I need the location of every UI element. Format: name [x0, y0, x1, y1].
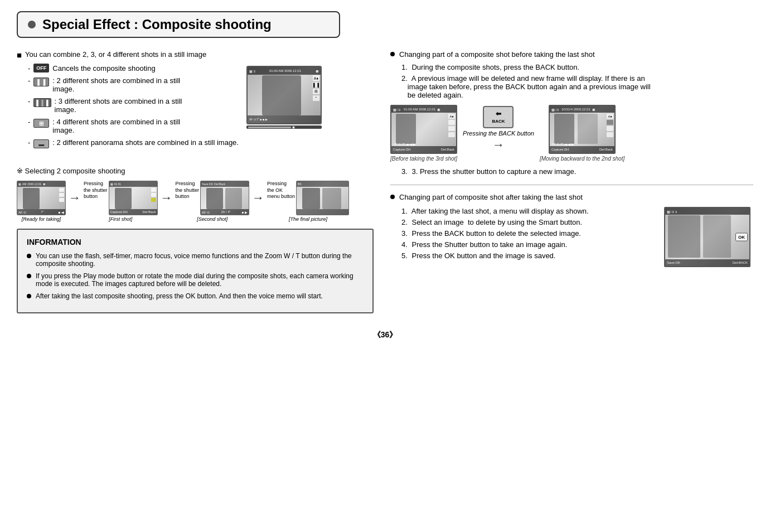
step-second-label: [Second shot] — [197, 216, 227, 222]
after-cam-item: ▩□3 10/31/4 2006.12.01 🔲 A♦ — [540, 105, 624, 162]
step-first-label: [First shot] — [109, 216, 132, 222]
page-title: Special Effect : Composite shooting — [42, 17, 272, 32]
pressing-shutter-2-text: Pressingthe shutterbutton — [176, 181, 200, 200]
4shot-icon: ⊞ — [33, 119, 49, 128]
section2-header: Changing part of composite shot after ta… — [399, 193, 583, 201]
s2-step5: 5. Press the OK button and the image is … — [401, 252, 655, 260]
final-cam-display: ▩□3 3 OK Save:OK Del:BACK — [664, 207, 750, 267]
before-cam-screen: ▩□3 01:00 AM 2006.12.01 🔲 A♦ Capt — [390, 105, 457, 154]
main-bullet: ■ You can combine 2, 3, or 4 different s… — [17, 50, 374, 60]
step-ready-label: [Ready for taking] — [22, 216, 61, 222]
section1-step3: 3. 3. Press the shutter button to captur… — [401, 167, 753, 176]
s2-step4: 4. Press the Shutter button to take an i… — [401, 240, 655, 249]
s2-step2: 2. Select an image to delete by using th… — [401, 218, 655, 226]
page-title-bar: Special Effect : Composite shooting — [17, 11, 340, 38]
section-change-after-last: Changing part of composite shot after ta… — [390, 193, 753, 267]
ok-badge: OK — [735, 233, 748, 241]
step-final-screen: BK — [296, 181, 349, 215]
title-dot — [28, 21, 36, 28]
selecting-label: ※ Selecting 2 composite shooting — [17, 167, 374, 175]
page-number: 《36》 — [17, 330, 753, 340]
step-final-label: [The final picture] — [289, 216, 327, 222]
composite-steps-row: ▩ AM 2006.12.01 🔲 AF ⊙ 7" ■ ◀ — [17, 181, 374, 222]
right-column: Changing part of a composite shot before… — [390, 50, 753, 313]
step-final: Pressingthe OKmenu button BK [The final … — [267, 181, 349, 222]
item-4shot: - ⊞ : 4 different shots are combined in … — [28, 118, 239, 134]
camera-screen-display: ▩ 3 01:00 AM 2006.12.01 🔲 A♦ ▌▐ ⊞ ⁺ — [246, 66, 322, 124]
s2-step3: 3. Press the BACK button to delete the s… — [401, 229, 655, 238]
item-off-text: Cancels the composite shooting — [52, 64, 155, 72]
final-composite-screen: ▩□3 3 OK Save:OK Del:BACK — [664, 207, 753, 267]
item-pan: - ▬ : 2 different panorama shots are com… — [28, 138, 239, 148]
pressing-ok-text: Pressingthe OKmenu button — [267, 181, 295, 200]
cam-compare-row: ▩□3 01:00 AM 2006.12.01 🔲 A♦ Capt — [390, 105, 753, 162]
item-pan-text: : 2 different panorama shots are combine… — [52, 138, 239, 147]
step-ready: ▩ AM 2006.12.01 🔲 AF ⊙ 7" ■ ◀ — [17, 181, 66, 222]
section1-step3-text: 3. Press the shutter button to capture a… — [411, 167, 576, 176]
after-cam-label: [Moving backward to the 2nd shot] — [540, 156, 624, 162]
before-cam-item: ▩□3 01:00 AM 2006.12.01 🔲 A♦ Capt — [390, 105, 457, 162]
section1-steps: 1. During the composite shots, press the… — [401, 63, 753, 99]
step-ready-screen: ▩ AM 2006.12.01 🔲 AF ⊙ 7" ■ ◀ — [17, 181, 66, 215]
final-steps-list: 1. After taking the last shot, a menu wi… — [390, 207, 655, 263]
step-arrow-2: → — [161, 191, 173, 205]
main-layout: ■ You can combine 2, 3, or 4 different s… — [17, 50, 753, 313]
after-cam-screen: ▩□3 10/31/4 2006.12.01 🔲 A♦ — [549, 105, 616, 154]
step-second-screen: Save:OK Del:Back AF ⊙ 20 / 4" ■ ▶ — [200, 181, 249, 215]
info-title: INFORMATION — [27, 238, 364, 246]
step-arrow-3: → — [252, 191, 264, 205]
before-cam-label: [Before taking the 3rd shot] — [390, 156, 457, 162]
step-first: Pressingthe shutterbutton ▩ 41:41 — [84, 181, 158, 222]
step-first-screen: ▩ 41:41 Capture:SH Del:Back — [109, 181, 158, 215]
pan-icon: ▬ — [33, 139, 49, 148]
item-2shot-text: : 2 different shots are combined in a st… — [52, 76, 180, 93]
back-button-visual: ⬅ BACK — [483, 106, 514, 128]
info-text-1: You can use the flash, self-timer, macro… — [36, 252, 364, 268]
left-column: ■ You can combine 2, 3, or 4 different s… — [17, 50, 374, 313]
icon-item-list: - OFF Cancels the composite shooting - ▌… — [28, 64, 239, 152]
2shot-icon: ▌▐ — [33, 78, 49, 86]
section1-step1: 1. During the composite shots, press the… — [401, 63, 753, 71]
step-second: Pressingthe shutterbutton Save:OK Del:Ba… — [176, 181, 250, 222]
section-change-before-last: Changing part of a composite shot before… — [390, 50, 753, 176]
info-text-3: After taking the last composite shooting… — [36, 292, 323, 300]
info-bullet-3: After taking the last composite shooting… — [27, 292, 364, 300]
camera-display-image: ▩ 3 01:00 AM 2006.12.01 🔲 A♦ ▌▐ ⊞ ⁺ — [246, 66, 322, 129]
item-3shot-text: : 3 different shots are combined in a st… — [55, 97, 182, 114]
item-2shot: - ▌▐ : 2 different shots are combined in… — [28, 76, 239, 93]
section1-header: Changing part of a composite shot before… — [399, 50, 595, 59]
square-bullet-icon: ■ — [17, 50, 22, 60]
off-icon: OFF — [33, 64, 49, 72]
item-4shot-text: : 4 different shots are combined in a st… — [52, 118, 180, 134]
pressing-back-label: Pressing the BACK button — [463, 130, 534, 137]
info-bullet-2: If you press the Play mode button or rot… — [27, 272, 364, 288]
pressing-shutter-1-text: Pressingthe shutterbutton — [84, 181, 108, 200]
step-arrow-1: → — [69, 191, 81, 205]
s2-step1: 1. After taking the last shot, a menu wi… — [401, 207, 655, 215]
main-bullet-text: You can combine 2, 3, or 4 different sho… — [25, 50, 206, 59]
info-text-2: If you press the Play mode button or rot… — [36, 272, 364, 288]
final-section: 1. After taking the last shot, a menu wi… — [390, 207, 753, 267]
item-3shot: - ▌║▐ : 3 different shots are combined i… — [28, 97, 239, 114]
item-off: - OFF Cancels the composite shooting — [28, 64, 239, 72]
section1-step2: 2. A previous image will be deleted and … — [401, 74, 753, 99]
3shot-icon: ▌║▐ — [33, 98, 51, 107]
info-bullet-1: You can use the flash, self-timer, macro… — [27, 252, 364, 268]
information-box: INFORMATION You can use the flash, self-… — [17, 229, 374, 313]
back-arrow-icon: → — [492, 138, 505, 152]
